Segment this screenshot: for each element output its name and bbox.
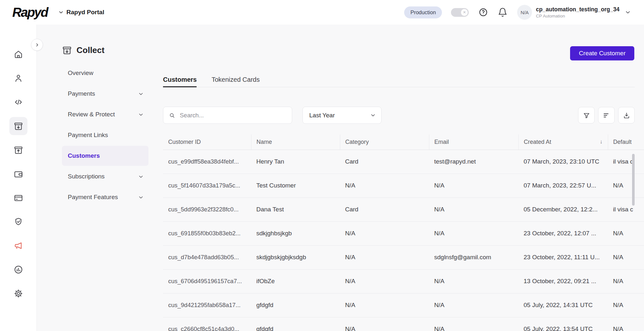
rapyd-logo: Rapyd	[12, 5, 48, 20]
table-row[interactable]: cus_6706d495196157ca7... ifObZe N/A N/A …	[163, 269, 644, 293]
cell-default: N/A	[608, 269, 644, 293]
chevron-down-icon	[58, 9, 64, 15]
rail-item-home[interactable]	[9, 45, 27, 63]
section-title: Collect	[77, 45, 105, 55]
customers-table-body: cus_e99dff58ea38d4febf... Henry Tan Card…	[163, 150, 644, 331]
cell-created-at: 23 October, 2022, 12:07 ...	[518, 221, 608, 245]
cell-customer-id: cus_9d421295fab658a17...	[163, 293, 251, 317]
collect-menu: Overview Payments Review & Protect Payme…	[62, 63, 148, 208]
table-row[interactable]: cus_c2660cf8c51c4a3d0... gfdgfd N/A N/A …	[163, 317, 644, 331]
sort-desc-icon[interactable]: ↓	[600, 139, 603, 145]
disburse-icon	[14, 145, 23, 155]
chevron-down-icon	[138, 112, 144, 118]
table-row[interactable]: cus_e99dff58ea38d4febf... Henry Tan Card…	[163, 150, 644, 174]
table-row[interactable]: cus_d7b4e478add63b05... skdjgbskjgbjksdg…	[163, 245, 644, 269]
sidebar-item-customers[interactable]: Customers	[62, 146, 148, 166]
org-block: cp_automation_testing_org_34 CP Automati…	[536, 6, 619, 19]
column-name[interactable]: Name	[251, 134, 340, 150]
cell-email: N/A	[429, 198, 518, 221]
environment-toggle[interactable]: ✕	[451, 8, 469, 17]
rail-item-developers[interactable]	[9, 93, 27, 111]
cell-name: Test Customer	[251, 174, 340, 198]
rail-item-clients[interactable]	[9, 69, 27, 87]
search-box[interactable]	[163, 107, 292, 124]
chevron-down-icon	[370, 112, 376, 118]
tab-tokenized-cards[interactable]: Tokenized Cards	[211, 72, 260, 87]
rail-item-verify[interactable]	[9, 213, 27, 231]
top-bar-right: Production ✕ N/A cp_automation_testing_o…	[404, 5, 631, 20]
collect-icon	[62, 45, 72, 55]
avatar[interactable]: N/A	[517, 5, 532, 20]
org-subtitle: CP Automation	[536, 13, 619, 19]
cell-email: N/A	[429, 221, 518, 245]
sidebar-item-payment-features[interactable]: Payment Features	[62, 187, 148, 207]
column-default[interactable]: Default	[608, 134, 644, 150]
cell-email: N/A	[429, 293, 518, 317]
table-row[interactable]: cus_691855f0b03b83eb2... sdkjghbsjkgb N/…	[163, 221, 644, 245]
cell-category: Card	[340, 198, 429, 221]
table-header-row: Customer ID Name Category Email Created …	[163, 134, 644, 150]
cell-default: N/A	[608, 317, 644, 331]
rail-item-cards[interactable]	[9, 189, 27, 207]
cell-name: gfdgfd	[251, 293, 340, 317]
cell-name: Dana Test	[251, 198, 340, 221]
cell-customer-id: cus_d7b4e478add63b05...	[163, 245, 251, 269]
cell-name: ifObZe	[251, 269, 340, 293]
top-bar: Rapyd Rapyd Portal Production ✕ N/A cp_a…	[0, 0, 644, 25]
sort-button[interactable]	[598, 107, 615, 123]
account-menu-button[interactable]	[625, 9, 631, 16]
date-range-value: Last Year	[309, 112, 335, 119]
search-icon	[169, 112, 176, 119]
rail-item-settings[interactable]	[9, 284, 27, 303]
collect-icon	[14, 121, 23, 131]
help-icon	[478, 7, 488, 17]
column-category[interactable]: Category	[340, 134, 429, 150]
cell-email: N/A	[429, 269, 518, 293]
column-created-at[interactable]: Created At ↓	[518, 134, 608, 150]
rail-item-analytics[interactable]	[9, 261, 27, 279]
sidebar-expand-button[interactable]	[31, 39, 43, 51]
date-range-select[interactable]: Last Year	[302, 107, 382, 124]
cell-default: N/A	[608, 293, 644, 317]
cell-category: Card	[340, 150, 429, 174]
gear-icon	[14, 289, 23, 298]
sidebar-item-payment-links[interactable]: Payment Links	[62, 125, 148, 145]
tab-customers[interactable]: Customers	[163, 72, 197, 87]
cell-created-at: 07 March, 2023, 22:57 U...	[518, 174, 608, 198]
chevron-right-icon	[34, 42, 40, 48]
cell-created-at: 05 July, 2022, 14:31 UTC	[518, 293, 608, 317]
table-row[interactable]: cus_5f14607d33a179a5c... Test Customer N…	[163, 174, 644, 198]
chevron-down-icon	[138, 174, 144, 180]
notifications-button[interactable]	[498, 7, 507, 17]
table-row[interactable]: cus_5dd9963e2f3228fc0... Dana Test Card …	[163, 198, 644, 221]
sidebar-item-overview[interactable]: Overview	[62, 63, 148, 83]
sidebar-item-payments[interactable]: Payments	[62, 84, 148, 104]
table-row[interactable]: cus_9d421295fab658a17... gfdgfd N/A N/A …	[163, 293, 644, 317]
rail-item-collect[interactable]	[9, 117, 27, 135]
search-input[interactable]	[179, 112, 287, 119]
filter-icon	[583, 112, 590, 119]
column-email[interactable]: Email	[429, 134, 518, 150]
cell-default: il visa c	[608, 198, 644, 221]
cell-created-at: 23 October, 2022, 11:11 U...	[518, 245, 608, 269]
sidebar-item-review-protect[interactable]: Review & Protect	[62, 104, 148, 124]
sidebar-item-subscriptions[interactable]: Subscriptions	[62, 166, 148, 187]
rail-item-promotions[interactable]	[9, 237, 27, 255]
main-panel: Create Customer Customers Tokenized Card…	[163, 25, 644, 331]
cell-default: N/A	[608, 245, 644, 269]
environment-badge: Production	[404, 6, 442, 18]
rail-item-wallet[interactable]	[9, 165, 27, 183]
table-scrollbar[interactable]	[632, 154, 635, 206]
chevron-down-icon	[625, 9, 631, 16]
download-icon	[623, 112, 630, 119]
download-button[interactable]	[618, 107, 635, 123]
rail-item-disburse[interactable]	[9, 141, 27, 159]
filter-button[interactable]	[578, 107, 595, 123]
cell-email: sdglnsfg@gamil.com	[429, 245, 518, 269]
help-button[interactable]	[478, 7, 488, 17]
cell-name: gfdgfd	[251, 317, 340, 331]
create-customer-button[interactable]: Create Customer	[570, 46, 634, 60]
cell-customer-id: cus_691855f0b03b83eb2...	[163, 221, 251, 245]
portal-switcher[interactable]: Rapyd Portal	[58, 9, 104, 16]
column-customer-id[interactable]: Customer ID	[163, 134, 251, 150]
